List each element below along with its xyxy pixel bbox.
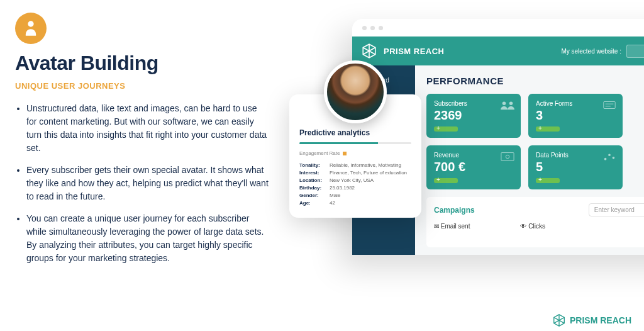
avatar-badge-icon bbox=[15, 13, 47, 44]
attr-value: Finance, Tech, Future of education bbox=[330, 170, 407, 176]
users-icon bbox=[501, 100, 514, 110]
money-icon bbox=[501, 152, 514, 162]
feature-list: Unstructured data, like text and images,… bbox=[15, 102, 269, 265]
campaigns-col-clicks: 👁 Clicks bbox=[520, 223, 545, 230]
stat-value: 5 bbox=[536, 160, 615, 174]
performance-heading: PERFORMANCE bbox=[426, 76, 644, 86]
campaigns-footer: Last 30 days bbox=[434, 235, 644, 241]
attr-key: Tonality: bbox=[299, 162, 330, 168]
list-item: Unstructured data, like text and images,… bbox=[26, 102, 269, 155]
page-subtitle: UNIQUE USER JOURNEYS bbox=[15, 81, 269, 91]
list-item: You can create a unique user journey for… bbox=[26, 212, 269, 265]
svg-point-13 bbox=[613, 157, 615, 159]
list-item: Every subscriber gets their own special … bbox=[26, 164, 269, 203]
avatar-image bbox=[324, 60, 387, 123]
attr-value: 42 bbox=[330, 200, 335, 206]
brand-logo-icon bbox=[361, 43, 377, 59]
stat-bar bbox=[434, 126, 458, 132]
website-selector-label: My selected website : bbox=[561, 48, 621, 55]
progress-line bbox=[299, 142, 411, 144]
campaigns-panel: Campaigns Enter keyword 6 recent ✉ Email… bbox=[426, 197, 644, 247]
svg-rect-6 bbox=[604, 102, 615, 109]
svg-point-12 bbox=[608, 154, 611, 156]
campaigns-title: Campaigns bbox=[434, 206, 581, 215]
window-chrome bbox=[352, 19, 644, 36]
engagement-rate-label: Engagement Rate bbox=[299, 150, 411, 156]
predictive-analytics-card: Predictive analytics Engagement Rate Ton… bbox=[289, 94, 421, 218]
stat-card-subscribers[interactable]: Subscribers 2369 bbox=[426, 94, 521, 138]
stat-value: 700 € bbox=[434, 160, 513, 174]
form-icon bbox=[602, 100, 616, 110]
app-header: PRISM REACH My selected website : ⌄ bbox=[352, 36, 644, 65]
attr-key: Location: bbox=[299, 177, 330, 183]
stat-card-forms[interactable]: Active Forms 3 bbox=[528, 94, 623, 138]
svg-point-5 bbox=[509, 102, 513, 106]
attr-value: Reliable, Informative, Motivating bbox=[330, 162, 401, 168]
svg-rect-9 bbox=[501, 153, 514, 161]
stat-bar bbox=[536, 178, 560, 183]
attr-key: Interest: bbox=[299, 170, 330, 176]
stat-bar bbox=[536, 126, 560, 132]
campaigns-col-email: ✉ Email sent bbox=[434, 223, 470, 230]
attr-key: Gender: bbox=[299, 193, 330, 198]
stat-value: 2369 bbox=[434, 108, 513, 123]
attr-key: Birthday: bbox=[299, 185, 330, 191]
attr-value: New York City, USA bbox=[330, 177, 374, 183]
stat-card-datapoints[interactable]: Data Points 5 bbox=[528, 145, 623, 189]
attr-value: 25.03.1982 bbox=[330, 185, 355, 191]
website-selector[interactable]: ⌄ bbox=[626, 45, 644, 58]
svg-point-11 bbox=[604, 158, 607, 160]
campaigns-search-input[interactable]: Enter keyword bbox=[589, 203, 644, 216]
stat-value: 3 bbox=[536, 108, 615, 123]
data-icon bbox=[602, 152, 616, 162]
svg-point-10 bbox=[506, 155, 509, 159]
brand-name: PRISM REACH bbox=[384, 47, 445, 56]
analytics-title: Predictive analytics bbox=[299, 128, 411, 137]
attr-value: Male bbox=[330, 193, 340, 198]
stat-bar bbox=[434, 178, 458, 183]
stat-card-revenue[interactable]: Revenue 700 € bbox=[426, 145, 521, 189]
attr-key: Age: bbox=[299, 200, 330, 206]
footer-brand: PRISM REACH bbox=[552, 313, 631, 327]
page-title: Avatar Building bbox=[15, 52, 269, 75]
svg-point-4 bbox=[502, 102, 506, 106]
